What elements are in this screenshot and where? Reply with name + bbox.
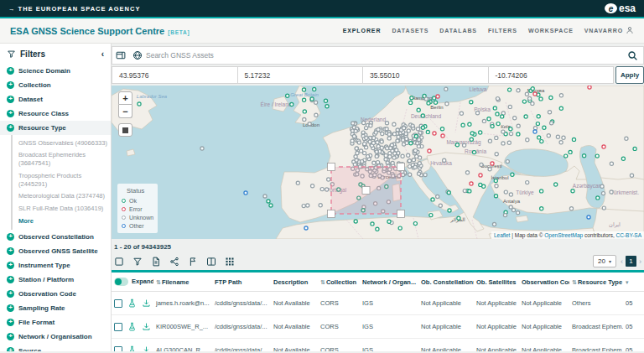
map-marker[interactable] xyxy=(290,102,293,106)
map-marker[interactable] xyxy=(314,101,318,104)
map-marker[interactable] xyxy=(363,152,366,155)
map-marker[interactable] xyxy=(396,128,399,132)
map-marker[interactable] xyxy=(387,220,391,223)
map-marker[interactable] xyxy=(468,189,471,193)
document-icon[interactable] xyxy=(151,257,161,267)
map-marker[interactable] xyxy=(475,112,479,115)
map-marker[interactable] xyxy=(559,106,563,110)
more-link[interactable]: More xyxy=(18,215,107,227)
column-header-collection[interactable]: ⇅Collection xyxy=(318,273,360,292)
map-marker[interactable] xyxy=(444,87,448,91)
map-marker[interactable] xyxy=(436,95,439,98)
select-icon[interactable] xyxy=(114,257,124,267)
map-marker[interactable] xyxy=(509,132,512,136)
nav-item-datasets[interactable]: DATASETS xyxy=(392,28,428,34)
map-marker[interactable] xyxy=(421,114,424,117)
search-icon[interactable] xyxy=(621,47,643,64)
apply-button[interactable]: Apply xyxy=(615,66,644,84)
download-icon[interactable] xyxy=(142,345,151,351)
map-marker[interactable] xyxy=(470,132,474,135)
map-marker[interactable] xyxy=(610,190,613,194)
map-marker[interactable] xyxy=(630,174,633,177)
share-icon[interactable] xyxy=(169,257,179,267)
map-marker[interactable] xyxy=(549,96,553,99)
current-page-button[interactable]: 1 xyxy=(626,256,636,267)
map-marker[interactable] xyxy=(602,206,605,210)
filter-option[interactable]: Broadcast Ephemerides (36847541) xyxy=(18,149,107,170)
map-marker[interactable] xyxy=(407,129,410,132)
expand-toggle[interactable] xyxy=(114,278,128,286)
map-marker[interactable] xyxy=(463,189,466,193)
map-marker[interactable] xyxy=(550,122,553,125)
map-marker[interactable] xyxy=(602,145,605,148)
map-marker[interactable] xyxy=(313,87,316,91)
map-marker[interactable] xyxy=(396,139,399,143)
map-marker[interactable] xyxy=(388,155,392,158)
map-marker[interactable] xyxy=(363,143,366,146)
map-marker[interactable] xyxy=(387,137,391,140)
map-marker[interactable] xyxy=(479,183,482,186)
sidebar-item-observed-gnss-satellite[interactable]: +Observed GNSS Satellite xyxy=(0,244,111,258)
map-marker[interactable] xyxy=(503,214,506,217)
sidebar-collapse-icon[interactable]: ‹ xyxy=(101,49,104,59)
column-header-resource-type[interactable]: ⇅Resource Type xyxy=(569,273,623,292)
map-marker[interactable] xyxy=(495,136,498,139)
map-marker[interactable] xyxy=(366,155,370,158)
map-marker[interactable] xyxy=(601,192,605,195)
map-marker[interactable] xyxy=(368,140,371,143)
map-marker[interactable] xyxy=(439,204,442,207)
sidebar-item-observed-constellation[interactable]: +Observed Constellation xyxy=(0,230,111,244)
map-marker[interactable] xyxy=(385,127,388,131)
map-marker[interactable] xyxy=(588,86,591,89)
download-icon[interactable] xyxy=(142,298,151,308)
column-options-chevron-icon[interactable]: ▾ xyxy=(626,279,629,285)
sidebar-item-network-organisation[interactable]: +Network / Organisation xyxy=(0,330,111,344)
map-marker[interactable] xyxy=(424,97,428,101)
map-marker[interactable] xyxy=(600,184,604,188)
selection-handle[interactable] xyxy=(362,187,370,195)
map-marker[interactable] xyxy=(465,171,469,174)
map-marker[interactable] xyxy=(416,127,419,131)
map-marker[interactable] xyxy=(418,172,421,175)
map-marker[interactable] xyxy=(504,190,507,194)
search-input[interactable] xyxy=(146,51,621,60)
sidebar-item-file-format[interactable]: +File Format xyxy=(0,315,111,330)
map-marker[interactable] xyxy=(569,150,572,153)
map-marker[interactable] xyxy=(404,132,408,136)
map-marker[interactable] xyxy=(525,92,528,96)
map-marker[interactable] xyxy=(488,139,491,143)
filter-option[interactable]: SLR Full-Rate Data (1036419) xyxy=(18,203,107,215)
map-marker[interactable] xyxy=(374,131,377,134)
map-marker[interactable] xyxy=(495,153,498,156)
map-marker[interactable] xyxy=(325,105,329,108)
download-icon[interactable] xyxy=(142,322,151,331)
map-marker[interactable] xyxy=(493,106,496,110)
map-marker[interactable] xyxy=(511,173,514,176)
map-marker[interactable] xyxy=(536,122,539,126)
map-marker[interactable] xyxy=(413,222,417,226)
map-marker[interactable] xyxy=(571,189,574,193)
flask-icon[interactable] xyxy=(127,298,137,308)
row-checkbox[interactable] xyxy=(114,346,122,351)
map-marker[interactable] xyxy=(392,132,396,136)
map-marker[interactable] xyxy=(365,136,368,139)
zoom-in-button[interactable]: + xyxy=(118,91,132,105)
map-marker[interactable] xyxy=(413,165,417,169)
sort-icon[interactable]: ⇅ xyxy=(156,279,161,285)
sidebar-item-source[interactable]: +Source xyxy=(0,344,111,351)
map-marker[interactable] xyxy=(517,124,520,127)
map-marker[interactable] xyxy=(376,141,379,144)
map-marker[interactable] xyxy=(296,181,299,184)
map-marker[interactable] xyxy=(513,117,517,120)
map-marker[interactable] xyxy=(625,137,628,140)
map-marker[interactable] xyxy=(440,127,444,131)
map-marker[interactable] xyxy=(355,158,358,162)
map-marker[interactable] xyxy=(509,127,512,131)
map-marker[interactable] xyxy=(517,132,520,136)
map-marker[interactable] xyxy=(398,226,402,230)
map-marker[interactable] xyxy=(480,163,483,166)
map-marker[interactable] xyxy=(319,204,322,207)
map-marker[interactable] xyxy=(564,154,568,158)
map-marker[interactable] xyxy=(409,142,413,145)
map-marker[interactable] xyxy=(524,115,527,118)
